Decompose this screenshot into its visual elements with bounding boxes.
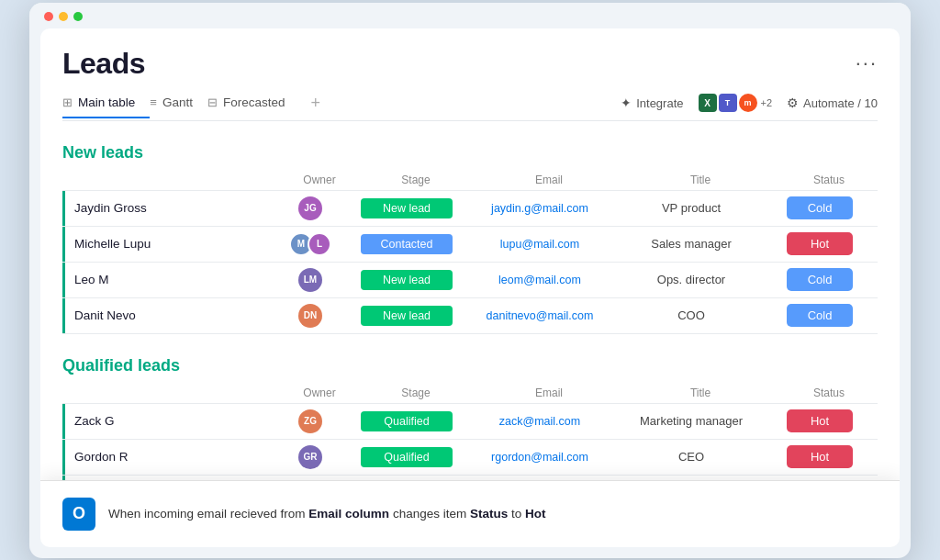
- more-integrations-label: +2: [761, 97, 773, 108]
- stage-cell[interactable]: New lead: [347, 198, 466, 218]
- more-options-button[interactable]: ···: [856, 51, 878, 75]
- stage-badge: Qualified: [361, 411, 453, 431]
- table-row: Gordon R GR Qualified rgordon@mail.com C…: [62, 439, 878, 475]
- new-leads-section-header: New leads: [62, 140, 878, 162]
- email-cell[interactable]: lupu@mail.com: [466, 238, 613, 251]
- tab-main-table[interactable]: ⊞ Main table: [62, 88, 150, 118]
- app-window: Leads ··· ⊞ Main table ≡ Gantt ⊟ Forecas…: [29, 3, 911, 558]
- table-row: Michelle Lupu M L Contacted lupu@mail.co…: [62, 226, 878, 262]
- table-row: Jaydin Gross JG New lead jaydin.g@mail.c…: [62, 190, 878, 226]
- title-cell: CEO: [613, 450, 769, 464]
- add-tab-button[interactable]: +: [299, 86, 331, 120]
- monday-icon[interactable]: m: [739, 94, 757, 112]
- lead-name: Michelle Lupu: [62, 227, 274, 262]
- title-cell: Ops. director: [613, 273, 769, 286]
- lead-name: Gordon R: [62, 440, 274, 475]
- stage-cell[interactable]: New lead: [347, 306, 466, 326]
- tabs-row: ⊞ Main table ≡ Gantt ⊟ Forecasted + ✦ In…: [62, 86, 878, 121]
- tooltip-text: When incoming email recieved from Email …: [108, 507, 545, 521]
- avatar: LM: [298, 268, 322, 292]
- teams-icon[interactable]: T: [719, 94, 737, 112]
- tab-gantt[interactable]: ≡ Gantt: [150, 88, 207, 118]
- integrate-icon: ✦: [621, 95, 632, 110]
- integration-icons: X T m +2: [699, 94, 773, 112]
- lead-name: Danit Nevo: [62, 298, 274, 333]
- status-badge: Hot: [787, 232, 853, 255]
- status-badge: Cold: [787, 268, 853, 291]
- email-cell[interactable]: zack@mail.com: [466, 415, 613, 428]
- tooltip-popup: O When incoming email recieved from Emai…: [40, 480, 900, 547]
- avatar: JG: [298, 196, 322, 220]
- automate-button[interactable]: ⚙ Automate / 10: [787, 95, 878, 110]
- gantt-icon: ≡: [150, 95, 157, 109]
- title-cell: Sales manager: [613, 237, 769, 251]
- outlook-icon: O: [62, 498, 95, 531]
- window-bar: [29, 3, 911, 21]
- avatar: ZG: [298, 409, 322, 433]
- table-row: Zack G ZG Qualified zack@mail.com Market…: [62, 403, 878, 439]
- stage-cell[interactable]: Qualified: [347, 411, 466, 431]
- new-leads-col-headers: Owner Stage Email Title Status: [62, 170, 878, 190]
- avatar: L: [308, 232, 331, 256]
- close-dot[interactable]: [44, 12, 53, 21]
- status-cell[interactable]: Cold: [769, 304, 870, 327]
- status-cell[interactable]: Hot: [769, 445, 870, 468]
- stage-badge: New lead: [361, 270, 453, 290]
- tab-forecasted[interactable]: ⊟ Forecasted: [207, 88, 300, 118]
- status-cell[interactable]: Cold: [769, 268, 870, 291]
- status-badge: Cold: [787, 196, 853, 219]
- header-row: Leads ···: [62, 47, 878, 81]
- email-cell[interactable]: leom@mail.com: [466, 274, 613, 286]
- status-cell[interactable]: Cold: [769, 196, 870, 219]
- new-leads-table: Jaydin Gross JG New lead jaydin.g@mail.c…: [62, 190, 878, 334]
- title-cell: VP product: [613, 201, 769, 215]
- email-cell[interactable]: jaydin.g@mail.com: [466, 202, 613, 215]
- expand-dot[interactable]: [73, 12, 83, 21]
- forecast-icon: ⊟: [207, 95, 218, 109]
- status-cell[interactable]: Hot: [769, 232, 870, 255]
- table-row: Danit Nevo DN New lead danitnevo@mail.co…: [62, 297, 878, 334]
- owner-cell: GR: [274, 445, 347, 469]
- qualified-leads-col-headers: Owner Stage Email Title Status: [62, 383, 878, 403]
- stage-cell[interactable]: Qualified: [347, 447, 466, 467]
- owner-cell: LM: [274, 268, 347, 292]
- integrate-button[interactable]: ✦ Integrate: [621, 95, 683, 110]
- owner-cell: DN: [274, 304, 347, 328]
- automate-icon: ⚙: [787, 95, 799, 110]
- lead-name: Zack G: [62, 404, 274, 439]
- page-title: Leads: [62, 47, 145, 81]
- lead-name: Leo M: [62, 263, 274, 297]
- table-row: Leo M LM New lead leom@mail.com Ops. dir…: [62, 262, 878, 297]
- stage-badge: New lead: [361, 198, 453, 218]
- app-content: Leads ··· ⊞ Main table ≡ Gantt ⊟ Forecas…: [40, 28, 900, 547]
- avatar: DN: [298, 304, 322, 328]
- status-badge: Hot: [787, 409, 853, 432]
- owner-cell: ZG: [274, 409, 347, 433]
- email-cell[interactable]: danitnevo@mail.com: [466, 309, 613, 322]
- avatar: GR: [298, 445, 322, 469]
- minimize-dot[interactable]: [59, 12, 68, 21]
- owner-cell: M L: [274, 232, 347, 256]
- lead-name: Jaydin Gross: [62, 191, 274, 226]
- title-cell: COO: [613, 308, 769, 322]
- table-icon: ⊞: [62, 95, 73, 109]
- status-badge: Hot: [787, 445, 853, 468]
- excel-icon[interactable]: X: [699, 94, 717, 112]
- right-actions: ✦ Integrate X T m +2 ⚙ Automate / 10: [621, 94, 878, 112]
- status-cell[interactable]: Hot: [769, 409, 870, 432]
- stage-cell[interactable]: New lead: [347, 270, 466, 290]
- stage-badge: Qualified: [361, 447, 453, 467]
- stage-cell[interactable]: Contacted: [347, 234, 466, 254]
- qualified-leads-section-header: Qualified leads: [62, 353, 878, 375]
- email-cell[interactable]: rgordon@mail.com: [466, 451, 613, 464]
- stage-badge: New lead: [361, 306, 453, 326]
- title-cell: Marketing manager: [613, 414, 769, 428]
- owner-cell: JG: [274, 196, 347, 220]
- status-badge: Cold: [787, 304, 853, 327]
- stage-badge: Contacted: [361, 234, 453, 254]
